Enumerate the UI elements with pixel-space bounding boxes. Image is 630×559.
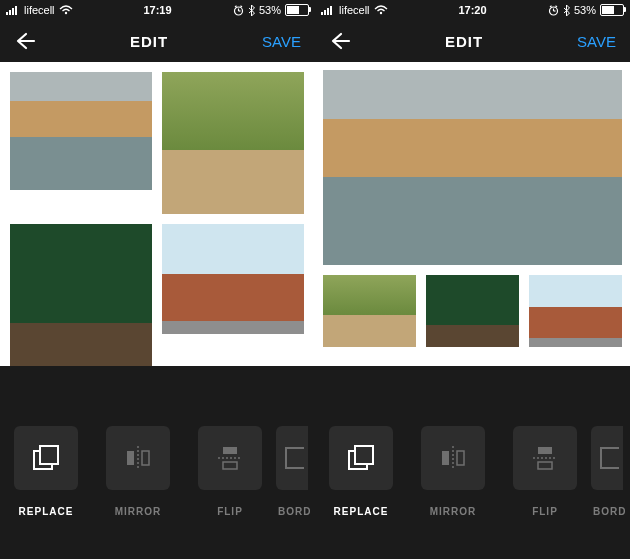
tool-border[interactable]: BORD	[591, 426, 630, 517]
tool-strip[interactable]: REPLACE MIRROR FLIP BORD	[0, 366, 315, 559]
photo-slot[interactable]	[10, 72, 152, 190]
status-bar: lifecell 17:19 53%	[0, 0, 315, 20]
back-button[interactable]	[329, 32, 351, 50]
phone-right: lifecell 17:20 53% EDIT	[315, 0, 630, 559]
status-time: 17:20	[315, 4, 630, 16]
mirror-icon	[437, 442, 469, 474]
tool-border[interactable]: BORD	[276, 426, 315, 517]
tool-label: BORD	[276, 506, 311, 517]
border-icon	[280, 442, 304, 474]
tool-label: REPLACE	[334, 506, 389, 517]
svg-rect-18	[286, 448, 304, 468]
border-icon	[595, 442, 619, 474]
photo-slot[interactable]	[162, 224, 304, 334]
tool-flip[interactable]: FLIP	[499, 426, 591, 517]
svg-rect-30	[355, 446, 373, 464]
svg-rect-13	[127, 451, 134, 465]
photo-slot-hero[interactable]	[323, 70, 622, 265]
tool-strip[interactable]: REPLACE MIRROR FLIP BORD	[315, 366, 630, 559]
svg-rect-35	[538, 447, 552, 454]
status-time: 17:19	[0, 4, 315, 16]
photo-slot[interactable]	[426, 275, 519, 347]
tool-replace[interactable]: REPLACE	[315, 426, 407, 517]
page-title: EDIT	[445, 33, 483, 50]
svg-rect-37	[601, 448, 619, 468]
save-button[interactable]: SAVE	[262, 33, 301, 50]
mirror-icon	[122, 442, 154, 474]
flip-icon	[214, 442, 246, 474]
svg-rect-36	[538, 462, 552, 469]
svg-rect-11	[40, 446, 58, 464]
save-button[interactable]: SAVE	[577, 33, 616, 50]
tool-label: MIRROR	[115, 506, 162, 517]
svg-rect-17	[223, 462, 237, 469]
phone-left: lifecell 17:19 53% EDIT	[0, 0, 315, 559]
tool-label: FLIP	[532, 506, 558, 517]
photo-slot[interactable]	[529, 275, 622, 347]
photo-slot[interactable]	[10, 224, 152, 366]
replace-icon	[30, 442, 62, 474]
page-title: EDIT	[130, 33, 168, 50]
tool-mirror[interactable]: MIRROR	[92, 426, 184, 517]
flip-icon	[529, 442, 561, 474]
status-bar: lifecell 17:20 53%	[315, 0, 630, 20]
back-button[interactable]	[14, 32, 36, 50]
photo-slot[interactable]	[323, 275, 416, 347]
tool-label: MIRROR	[430, 506, 477, 517]
layout-canvas[interactable]	[315, 62, 630, 366]
tool-label: REPLACE	[19, 506, 74, 517]
svg-rect-33	[457, 451, 464, 465]
svg-rect-16	[223, 447, 237, 454]
photo-slot[interactable]	[162, 72, 304, 214]
svg-rect-14	[142, 451, 149, 465]
svg-rect-32	[442, 451, 449, 465]
tool-replace[interactable]: REPLACE	[0, 426, 92, 517]
editor-header: EDIT SAVE	[0, 20, 315, 62]
tool-label: BORD	[591, 506, 626, 517]
layout-canvas[interactable]	[0, 62, 315, 366]
tool-label: FLIP	[217, 506, 243, 517]
replace-icon	[345, 442, 377, 474]
battery-icon	[600, 4, 624, 16]
editor-header: EDIT SAVE	[315, 20, 630, 62]
battery-icon	[285, 4, 309, 16]
tool-flip[interactable]: FLIP	[184, 426, 276, 517]
tool-mirror[interactable]: MIRROR	[407, 426, 499, 517]
